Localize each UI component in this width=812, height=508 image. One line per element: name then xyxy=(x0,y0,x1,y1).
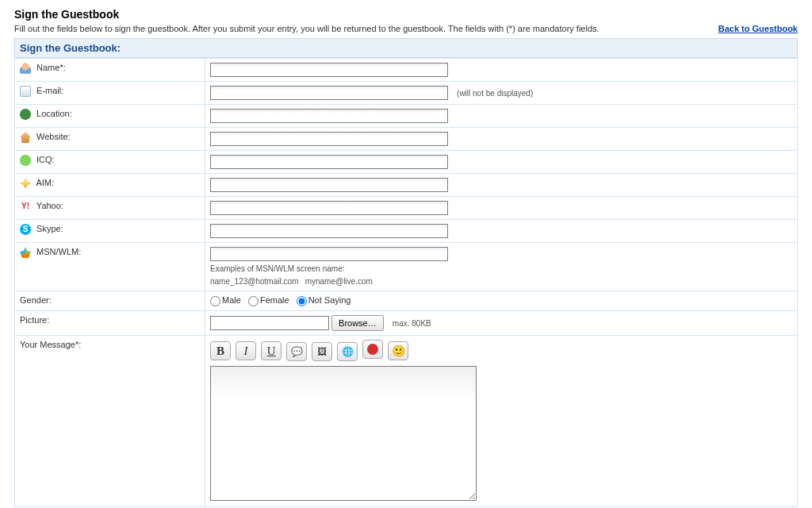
skype-label: Skype: xyxy=(36,224,63,233)
email-label: E-mail: xyxy=(36,86,63,95)
flash-button[interactable] xyxy=(362,340,383,359)
gender-notsaying-radio[interactable] xyxy=(297,296,307,306)
back-to-guestbook-link[interactable]: Back to Guestbook xyxy=(718,24,798,33)
smiley-icon: 🙂 xyxy=(392,344,405,358)
picture-hint: max. 80KB xyxy=(393,319,431,328)
skype-input[interactable] xyxy=(210,224,448,238)
aim-input[interactable] xyxy=(210,178,448,192)
intro-text: Fill out the fields below to sign the gu… xyxy=(14,24,599,33)
gender-female-label: Female xyxy=(260,295,289,305)
message-label: Your Message*: xyxy=(20,340,81,349)
image-button[interactable]: 🖼 xyxy=(312,342,332,361)
yahoo-input[interactable] xyxy=(210,201,448,215)
msn-input[interactable] xyxy=(210,247,448,261)
icq-input[interactable] xyxy=(210,155,448,169)
gender-male-radio[interactable] xyxy=(210,296,220,306)
website-input[interactable] xyxy=(210,132,448,146)
globe-icon xyxy=(20,109,31,120)
underline-button[interactable]: U xyxy=(261,341,282,360)
website-label: Website: xyxy=(36,132,71,141)
picture-path-display xyxy=(210,316,329,330)
email-hint: (will not be displayed) xyxy=(457,89,533,98)
bold-button[interactable]: B xyxy=(210,341,231,360)
gender-female-radio[interactable] xyxy=(248,296,259,306)
msn-icon xyxy=(20,247,31,258)
flash-icon xyxy=(367,344,378,355)
msn-example-values: name_123@hotmail.com myname@live.com xyxy=(210,276,792,287)
gender-notsaying-label: Not Saying xyxy=(308,295,351,305)
home-icon xyxy=(20,132,31,143)
email-input[interactable] xyxy=(210,86,448,100)
page-title: Sign the Guestbook xyxy=(14,8,798,21)
link-button[interactable]: 🌐 xyxy=(337,342,358,361)
aim-icon xyxy=(20,178,31,189)
mail-icon xyxy=(20,86,31,97)
quote-button[interactable]: 💬 xyxy=(286,342,307,361)
icq-icon xyxy=(20,155,31,166)
picture-label: Picture: xyxy=(20,315,49,325)
image-icon: 🖼 xyxy=(317,346,327,358)
name-label: Name*: xyxy=(36,63,66,72)
msn-label: MSN/WLM: xyxy=(36,247,81,256)
location-input[interactable] xyxy=(210,109,448,123)
name-input[interactable] xyxy=(210,63,448,77)
italic-button[interactable]: I xyxy=(236,341,256,360)
gender-male-label: Male xyxy=(222,295,241,305)
location-label: Location: xyxy=(36,109,72,118)
quote-icon: 💬 xyxy=(291,346,303,358)
guestbook-form-table: Name*: E-mail: (will not be displayed) L… xyxy=(14,58,798,507)
link-icon: 🌐 xyxy=(342,346,354,358)
editor-toolbar: B I U 💬 🖼 🌐 🙂 xyxy=(210,340,792,362)
aim-label: AIM: xyxy=(36,178,54,187)
browse-button[interactable]: Browse… xyxy=(331,315,384,331)
yahoo-label: Yahoo: xyxy=(36,201,63,210)
gender-label: Gender: xyxy=(20,295,52,305)
gender-radio-group: Male Female Not Saying xyxy=(205,291,798,311)
skype-icon: S xyxy=(20,224,31,235)
section-header: Sign the Guestbook: xyxy=(14,38,798,58)
msn-example-heading: Examples of MSN/WLM screen name: xyxy=(210,264,792,274)
message-textarea[interactable] xyxy=(210,366,477,501)
icq-label: ICQ: xyxy=(36,155,55,164)
person-icon xyxy=(20,63,31,74)
smiley-button[interactable]: 🙂 xyxy=(388,341,408,360)
yahoo-icon: Y! xyxy=(20,201,31,212)
